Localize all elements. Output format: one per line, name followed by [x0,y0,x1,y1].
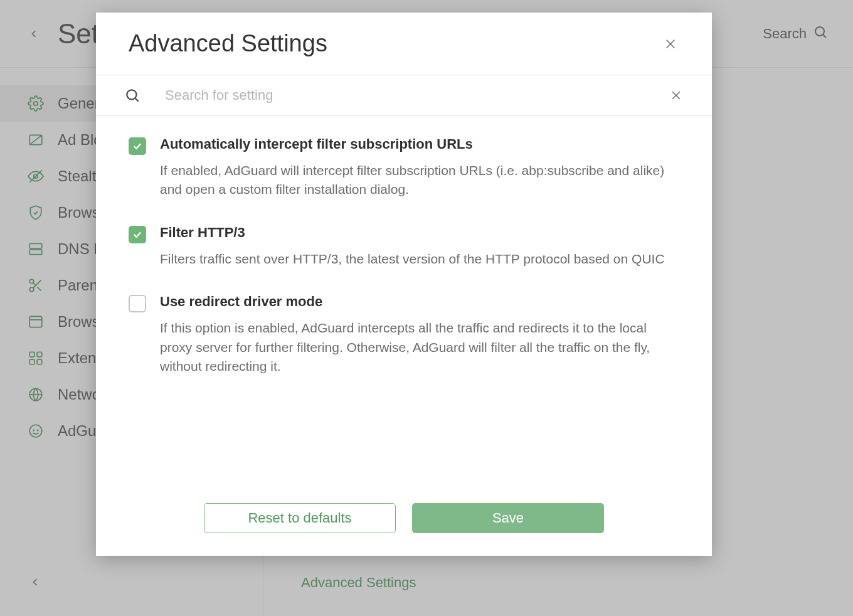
svg-point-11 [29,279,34,284]
save-button[interactable]: Save [412,503,604,533]
svg-line-4 [29,135,42,144]
checkbox-intercept-urls[interactable] [129,137,146,155]
search-icon [813,24,828,43]
option-intercept-urls: Automatically intercept filter subscript… [129,136,674,199]
svg-point-29 [127,90,136,99]
block-icon [26,130,45,149]
checkbox-redirect-driver[interactable] [129,295,146,312]
header-search[interactable]: Search [763,0,828,67]
svg-line-30 [135,98,139,102]
option-title: Automatically intercept filter subscript… [160,136,674,152]
header-search-label: Search [763,26,807,42]
option-title: Filter HTTP/3 [160,225,674,241]
eye-off-icon [26,167,45,186]
svg-point-25 [33,429,34,431]
reset-button[interactable]: Reset to defaults [204,503,396,533]
sidebar-collapse-button[interactable] [26,573,44,591]
svg-rect-16 [29,316,42,327]
advanced-settings-modal: Advanced Settings Automatically intercep… [96,13,712,556]
svg-rect-20 [29,359,34,364]
advanced-settings-link[interactable]: Advanced Settings [301,575,416,591]
server-icon [26,240,45,258]
svg-rect-19 [37,352,42,357]
modal-header: Advanced Settings [96,13,712,75]
search-input[interactable] [165,87,644,104]
shield-check-icon [26,203,45,222]
svg-point-12 [29,287,34,292]
svg-line-15 [33,283,36,285]
modal-title: Advanced Settings [129,30,327,57]
scissors-icon [26,276,45,295]
option-title: Use redirect driver mode [160,294,674,310]
svg-point-24 [29,425,42,437]
svg-rect-8 [29,250,42,255]
svg-rect-18 [29,352,34,357]
search-icon [124,87,141,104]
svg-point-2 [34,102,38,106]
option-redirect-driver: Use redirect driver mode If this option … [129,294,674,376]
option-desc: Filters traffic sent over HTTP/3, the la… [160,250,674,268]
globe-icon [26,385,45,404]
option-desc: If enabled, AdGuard will intercept filte… [160,161,674,199]
grid-icon [26,349,45,368]
modal-footer: Reset to defaults Save [96,488,712,556]
vpn-icon [26,422,45,440]
svg-rect-7 [29,243,42,248]
modal-close-button[interactable] [662,35,679,53]
option-filter-http3: Filter HTTP/3 Filters traffic sent over … [129,225,674,268]
clear-search-button[interactable] [668,87,684,104]
svg-point-26 [37,429,39,431]
back-button[interactable] [25,25,43,43]
option-desc: If this option is enabled, AdGuard inter… [160,319,674,376]
gear-icon [26,94,45,113]
svg-point-0 [815,27,824,36]
checkbox-filter-http3[interactable] [129,226,146,243]
modal-body[interactable]: Automatically intercept filter subscript… [96,116,712,488]
svg-line-14 [38,287,41,291]
svg-rect-21 [37,359,42,364]
modal-search-bar [96,75,712,116]
svg-line-1 [824,35,827,38]
browser-icon [26,312,45,331]
